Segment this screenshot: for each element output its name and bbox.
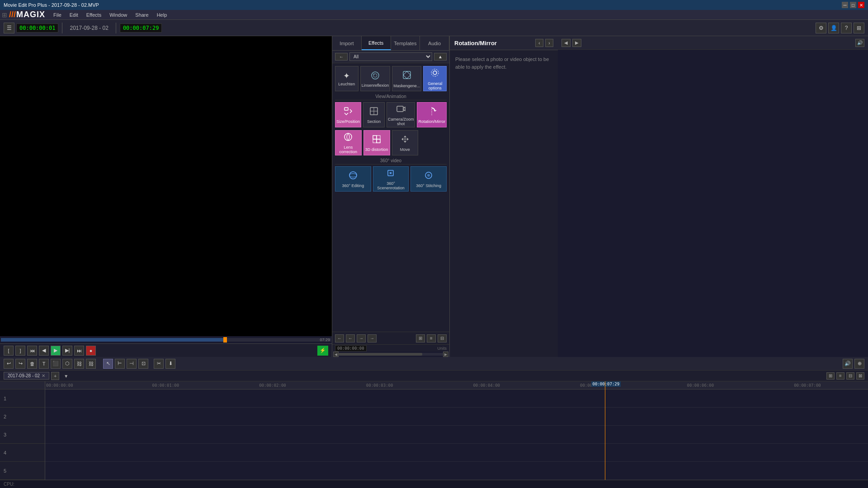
- eff-scroll-track[interactable]: [339, 353, 443, 356]
- tl-grid-view2[interactable]: ≡: [836, 372, 844, 380]
- effect-360-editing[interactable]: 360° Editing: [335, 166, 371, 192]
- track-row-4[interactable]: [45, 444, 868, 462]
- menu-effects[interactable]: Effects: [83, 11, 105, 19]
- effect-maskengene[interactable]: Maskengene...: [392, 66, 421, 91]
- effect-rotation-mirror[interactable]: Rotation/Mirror: [417, 102, 447, 127]
- filter-back-button[interactable]: ←: [335, 53, 348, 61]
- scrub-cursor[interactable]: [223, 337, 227, 343]
- menu-edit[interactable]: Edit: [66, 11, 82, 19]
- expand-button[interactable]: ⊞: [854, 23, 864, 33]
- menu-help[interactable]: Help: [153, 11, 171, 19]
- tab-effects[interactable]: Effects: [362, 36, 391, 50]
- link-button[interactable]: ⛓: [74, 359, 84, 369]
- tab-import[interactable]: Import: [332, 36, 362, 50]
- svg-rect-16: [377, 139, 380, 143]
- eff-layout-btn2[interactable]: ≡: [427, 334, 436, 343]
- redo-button[interactable]: ↪: [15, 359, 25, 369]
- track-area[interactable]: 00:00:00:00 00:00:01:00 00:00:02:00 00:0…: [45, 381, 868, 480]
- track-row-2[interactable]: [45, 408, 868, 426]
- timeline-add-tab[interactable]: +: [51, 372, 59, 380]
- insert-button[interactable]: ⬇: [165, 359, 175, 369]
- scrub-track[interactable]: [1, 338, 331, 342]
- tab-audio[interactable]: Audio: [420, 36, 449, 50]
- select-button[interactable]: ↖: [103, 359, 113, 369]
- effect-linsenreflexion[interactable]: Linsenreflexion: [360, 66, 391, 91]
- svg-point-4: [433, 71, 437, 75]
- effect-3d-distortion[interactable]: 3D distortion: [363, 130, 390, 155]
- rpe-nav-right[interactable]: ▶: [572, 39, 581, 47]
- tl-grid-view4[interactable]: ⊠: [856, 372, 864, 380]
- eff-scroll-left[interactable]: ◀: [333, 352, 339, 357]
- effect-lens-correction[interactable]: Lens correction: [335, 130, 362, 155]
- effects-hscroll[interactable]: ◀ ▶: [332, 352, 449, 357]
- effect-size-position[interactable]: Size/Position: [335, 102, 361, 127]
- skip-back-button[interactable]: ⏮: [27, 346, 37, 356]
- eff-nav-left2[interactable]: ←: [346, 334, 355, 343]
- tab-templates[interactable]: Templates: [391, 36, 420, 50]
- timeline-tab-dropdown[interactable]: ▼: [64, 373, 68, 379]
- play-button[interactable]: ▶: [51, 346, 61, 356]
- filter-up-button[interactable]: ▲: [434, 53, 447, 61]
- delete-button[interactable]: 🗑: [27, 359, 37, 369]
- eff-nav-left1[interactable]: ←: [335, 334, 344, 343]
- minimize-button[interactable]: ─: [842, 2, 848, 8]
- prev-frame-button[interactable]: ◀: [39, 346, 49, 356]
- filter-dropdown[interactable]: All: [349, 52, 432, 61]
- effect-360-stitching[interactable]: 360° Stitching: [410, 166, 447, 192]
- rpe-nav-left[interactable]: ◀: [561, 39, 571, 47]
- record-button[interactable]: ●: [86, 346, 96, 356]
- vol-button[interactable]: 🔊: [843, 359, 853, 369]
- stretch-button[interactable]: ⊡: [138, 359, 148, 369]
- tl-grid-view1[interactable]: ⊞: [826, 372, 835, 380]
- next-frame-button[interactable]: ▶|: [62, 346, 72, 356]
- text-button[interactable]: T: [39, 359, 49, 369]
- timeline-tab-main[interactable]: 2017-09-28 - 02 ✕: [4, 372, 49, 380]
- help-icon-button[interactable]: ?: [841, 23, 852, 33]
- track-row-1[interactable]: [45, 389, 868, 408]
- rpe-vol-btn[interactable]: 🔊: [855, 39, 864, 47]
- track-row-3[interactable]: [45, 426, 868, 444]
- menu-share[interactable]: Share: [132, 11, 152, 19]
- ruler-mark-7: 00:00:07:00: [794, 383, 821, 388]
- effects-scroll-area[interactable]: ✦ Leuchten Linsenreflexio: [332, 63, 449, 332]
- menu-items: File Edit Effects Window Share Help: [50, 11, 170, 19]
- effect-general-options[interactable]: General options: [423, 66, 447, 91]
- leuchten-icon: ✦: [343, 71, 350, 81]
- eff-scroll-right[interactable]: ▶: [443, 352, 448, 357]
- hamburger-button[interactable]: ☰: [4, 23, 14, 33]
- tl-grid-view3[interactable]: ⊟: [846, 372, 854, 380]
- in-point-button[interactable]: [: [4, 346, 14, 356]
- preview-scrubber[interactable]: 07:29: [0, 336, 332, 343]
- timeline-tab-close[interactable]: ✕: [42, 373, 45, 378]
- user-button[interactable]: 👤: [828, 23, 839, 33]
- master-button[interactable]: ⊕: [854, 359, 864, 369]
- rotation-prev-button[interactable]: ‹: [535, 39, 543, 47]
- skip-fwd-button[interactable]: ⏭: [74, 346, 84, 356]
- effect-section[interactable]: Section: [363, 102, 385, 127]
- trim-button[interactable]: ⊣: [127, 359, 137, 369]
- effect-camera-zoom[interactable]: Camera/Zoom shot: [387, 102, 415, 127]
- track-row-5[interactable]: [45, 462, 868, 480]
- cut-button[interactable]: ✂: [154, 359, 164, 369]
- settings-button[interactable]: ⚙: [816, 23, 826, 33]
- close-button[interactable]: ✕: [858, 2, 864, 8]
- marker-button[interactable]: ⬛: [51, 359, 61, 369]
- menu-window[interactable]: Window: [106, 11, 131, 19]
- eff-layout-btn1[interactable]: ⊞: [416, 334, 425, 343]
- out-point-button[interactable]: ]: [15, 346, 25, 356]
- eff-nav-right1[interactable]: →: [357, 334, 366, 343]
- unlink-button[interactable]: ⛓: [86, 359, 96, 369]
- timeline-cursor[interactable]: [605, 381, 605, 480]
- undo-button[interactable]: ↩: [4, 359, 14, 369]
- effect-360-rotation[interactable]: 360° Scenenrotation: [373, 166, 409, 192]
- menu-file[interactable]: File: [50, 11, 65, 19]
- eff-nav-right2[interactable]: →: [368, 334, 377, 343]
- rotation-next-button[interactable]: ›: [545, 39, 553, 47]
- effect-move[interactable]: Move: [392, 130, 419, 155]
- eff-layout-btn3[interactable]: ⊟: [438, 334, 447, 343]
- group-button[interactable]: ⬡: [62, 359, 72, 369]
- effect-leuchten[interactable]: ✦ Leuchten: [335, 66, 359, 91]
- ripple-button[interactable]: ⊢: [115, 359, 125, 369]
- maximize-button[interactable]: □: [850, 2, 856, 8]
- boost-button[interactable]: ⚡: [317, 346, 328, 356]
